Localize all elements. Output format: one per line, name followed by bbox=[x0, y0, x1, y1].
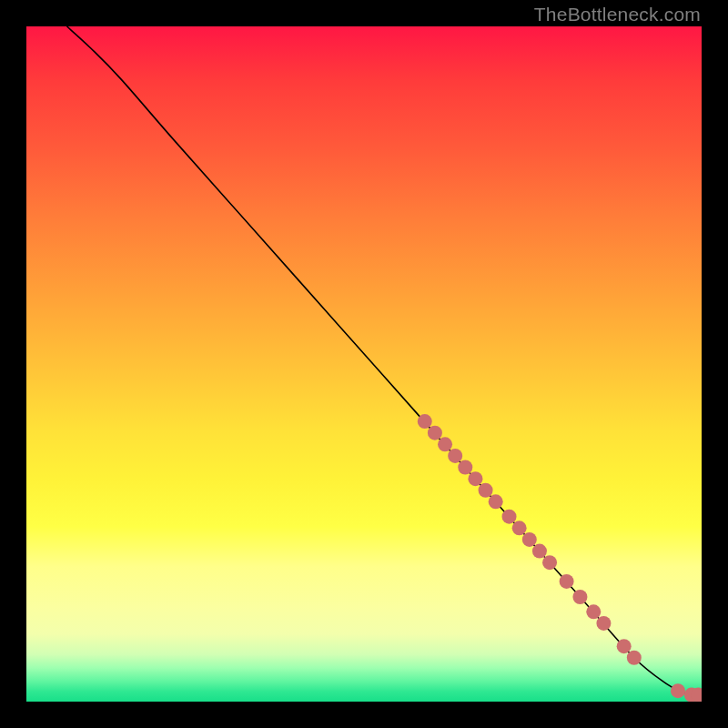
data-point bbox=[532, 544, 547, 559]
data-point bbox=[671, 683, 685, 698]
data-point bbox=[627, 651, 642, 665]
data-point bbox=[542, 555, 557, 570]
data-point bbox=[418, 414, 432, 429]
data-point bbox=[489, 494, 503, 509]
main-curve bbox=[67, 26, 695, 695]
data-point bbox=[560, 574, 574, 589]
data-point bbox=[458, 460, 472, 475]
data-point bbox=[691, 688, 702, 702]
data-point bbox=[479, 483, 493, 498]
data-point bbox=[522, 532, 537, 547]
data-point bbox=[586, 604, 601, 619]
data-point bbox=[468, 471, 482, 486]
data-point bbox=[502, 510, 517, 524]
data-point bbox=[512, 521, 527, 535]
data-point bbox=[448, 449, 462, 463]
data-point bbox=[438, 437, 452, 451]
data-point bbox=[596, 616, 611, 631]
data-point bbox=[684, 688, 699, 702]
data-point bbox=[572, 590, 587, 604]
curve-layer bbox=[67, 26, 695, 695]
data-point bbox=[428, 426, 442, 440]
marker-layer bbox=[418, 414, 702, 702]
chart-plot-area bbox=[26, 26, 702, 702]
watermark-text: TheBottleneck.com bbox=[534, 4, 701, 25]
chart-stage: TheBottleneck.com bbox=[0, 0, 728, 728]
data-point bbox=[617, 639, 632, 653]
chart-svg bbox=[26, 26, 702, 702]
